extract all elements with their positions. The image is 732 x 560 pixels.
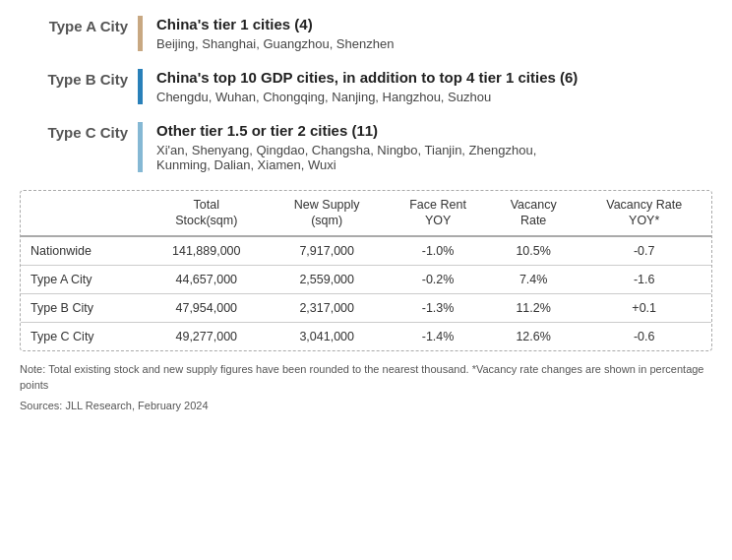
table-row: Nationwide141,889,0007,917,000-1.0%10.5%… (21, 236, 711, 266)
city-title-type-b: China's top 10 GDP cities, in addition t… (156, 69, 578, 86)
city-content-type-c: Other tier 1.5 or tier 2 cities (11) Xi'… (156, 122, 536, 172)
cell-face_rent: -0.2% (386, 265, 490, 293)
cell-vacancy_rate: 12.6% (490, 322, 577, 350)
cell-vacancy_rate_yoy: -0.7 (577, 236, 711, 266)
city-bar-type-c (138, 122, 143, 172)
cell-total_stock: 49,277,000 (145, 322, 268, 350)
city-bar-type-b (138, 69, 143, 104)
col-header-vacancy_rate_yoy: Vacancy RateYOY* (577, 191, 711, 236)
cell-vacancy_rate: 10.5% (490, 236, 577, 266)
col-header-vacancy_rate: VacancyRate (490, 191, 577, 236)
cell-total_stock: 44,657,000 (145, 265, 268, 293)
cell-name: Nationwide (21, 236, 145, 266)
city-bar-type-a (138, 16, 143, 51)
table-row: Type A City44,657,0002,559,000-0.2%7.4%-… (21, 265, 711, 293)
cell-new_supply: 3,041,000 (268, 322, 386, 350)
cell-vacancy_rate_yoy: -1.6 (577, 265, 711, 293)
city-label-type-a: Type A City (20, 16, 138, 34)
cell-name: Type B City (21, 293, 145, 322)
source-text: Sources: JLL Research, February 2024 (20, 400, 712, 411)
cell-face_rent: -1.0% (386, 236, 490, 266)
cell-new_supply: 2,559,000 (268, 265, 386, 293)
cell-vacancy_rate: 11.2% (490, 293, 577, 322)
cell-vacancy_rate_yoy: -0.6 (577, 322, 711, 350)
cell-vacancy_rate_yoy: +0.1 (577, 293, 711, 322)
city-section-type-a: Type A City China's tier 1 cities (4) Be… (20, 16, 712, 51)
city-section-type-b: Type B City China's top 10 GDP cities, i… (20, 69, 712, 104)
cell-name: Type A City (21, 265, 145, 293)
data-table: TotalStock(sqm)New Supply(sqm)Face RentY… (21, 191, 711, 350)
city-title-type-c: Other tier 1.5 or tier 2 cities (11) (156, 122, 536, 139)
col-header-face_rent: Face RentYOY (386, 191, 490, 236)
city-section-type-c: Type C City Other tier 1.5 or tier 2 cit… (20, 122, 712, 172)
data-table-wrapper: TotalStock(sqm)New Supply(sqm)Face RentY… (20, 190, 712, 351)
cell-total_stock: 141,889,000 (145, 236, 268, 266)
city-label-type-c: Type C City (20, 122, 138, 141)
cell-new_supply: 2,317,000 (268, 293, 386, 322)
cell-name: Type C City (21, 322, 145, 350)
col-header-name (21, 191, 145, 236)
city-title-type-a: China's tier 1 cities (4) (156, 16, 394, 32)
note-text: Note: Total existing stock and new suppl… (20, 361, 712, 394)
city-subtitle-type-c: Xi'an, Shenyang, Qingdao, Changsha, Ning… (156, 143, 536, 172)
city-subtitle-type-b: Chengdu, Wuhan, Chongqing, Nanjing, Hang… (156, 90, 578, 104)
cell-total_stock: 47,954,000 (145, 293, 268, 322)
cell-face_rent: -1.3% (386, 293, 490, 322)
col-header-total_stock: TotalStock(sqm) (145, 191, 268, 236)
city-subtitle-type-a: Beijing, Shanghai, Guangzhou, Shenzhen (156, 36, 394, 51)
cell-vacancy_rate: 7.4% (490, 265, 577, 293)
cell-new_supply: 7,917,000 (268, 236, 386, 266)
city-content-type-a: China's tier 1 cities (4) Beijing, Shang… (156, 16, 394, 51)
city-content-type-b: China's top 10 GDP cities, in addition t… (156, 69, 578, 104)
city-label-type-b: Type B City (20, 69, 138, 88)
table-row: Type C City49,277,0003,041,000-1.4%12.6%… (21, 322, 711, 350)
table-row: Type B City47,954,0002,317,000-1.3%11.2%… (21, 293, 711, 322)
col-header-new_supply: New Supply(sqm) (268, 191, 386, 236)
cell-face_rent: -1.4% (386, 322, 490, 350)
